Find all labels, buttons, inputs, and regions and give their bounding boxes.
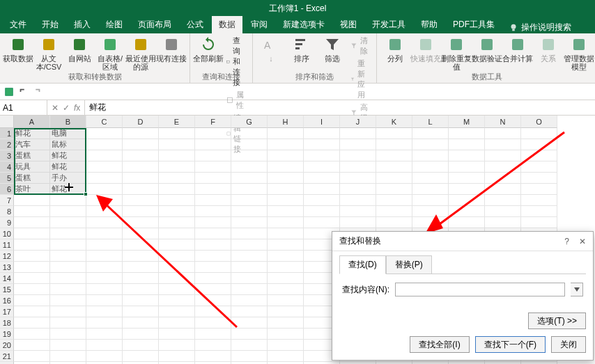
find-dropdown-button[interactable] [571, 283, 583, 296]
cell-K8[interactable] [376, 206, 412, 217]
cell-C14[interactable] [86, 273, 123, 284]
cell-M4[interactable] [449, 161, 485, 173]
cell-D6[interactable] [123, 184, 159, 195]
cell-A1[interactable]: 鲜花 [14, 128, 50, 139]
row-header-3[interactable]: 3 [0, 150, 14, 161]
cell-O2[interactable] [521, 139, 557, 150]
cell-B13[interactable] [50, 262, 86, 273]
cell-J9[interactable] [340, 217, 376, 228]
cell-E9[interactable] [159, 217, 195, 228]
cell-F16[interactable] [195, 295, 231, 306]
cell-L2[interactable] [412, 139, 449, 150]
fx-icon[interactable]: fx [74, 103, 80, 113]
cell-B10[interactable] [50, 228, 86, 239]
menu-item-11[interactable]: 帮助 [414, 16, 445, 33]
cell-C20[interactable] [86, 340, 123, 351]
cell-E4[interactable] [159, 161, 195, 173]
cell-N1[interactable] [485, 128, 521, 139]
col-header-O[interactable]: O [521, 116, 557, 128]
cell-I4[interactable] [304, 161, 340, 173]
menu-item-7[interactable]: 审阅 [244, 16, 275, 33]
save-icon[interactable] [4, 87, 14, 97]
cell-G10[interactable] [231, 228, 268, 239]
find-all-button[interactable]: 查找全部(I) [410, 336, 469, 353]
filter-item-0[interactable]: 清除 [349, 35, 372, 57]
cell-E5[interactable] [159, 173, 195, 184]
cell-H4[interactable] [268, 161, 304, 173]
cell-H12[interactable] [268, 251, 304, 262]
sort-asc-button[interactable]: A↓ [257, 35, 285, 63]
cell-D19[interactable] [123, 329, 159, 340]
cell-I1[interactable] [304, 128, 340, 139]
cell-H8[interactable] [268, 206, 304, 217]
cell-C4[interactable] [86, 161, 123, 173]
cell-E12[interactable] [159, 251, 195, 262]
cell-G4[interactable] [231, 161, 268, 173]
get-data-btn-0[interactable]: 获取数据 [4, 35, 32, 63]
cell-B9[interactable] [50, 217, 86, 228]
cell-O9[interactable] [521, 217, 557, 228]
cell-F10[interactable] [195, 228, 231, 239]
cell-G3[interactable] [231, 150, 268, 161]
cell-E18[interactable] [159, 317, 195, 329]
row-header-9[interactable]: 9 [0, 217, 14, 228]
cell-B12[interactable] [50, 251, 86, 262]
row-header-7[interactable]: 7 [0, 195, 14, 206]
cell-N3[interactable] [485, 150, 521, 161]
cell-B4[interactable]: 鲜花 [50, 161, 86, 173]
cell-J2[interactable] [340, 139, 376, 150]
cell-D8[interactable] [123, 206, 159, 217]
row-header-1[interactable]: 1 [0, 128, 14, 139]
cell-B1[interactable]: 电脑 [50, 128, 86, 139]
cell-D15[interactable] [123, 284, 159, 295]
get-data-btn-3[interactable]: 自表格/区域 [96, 35, 124, 71]
cell-D17[interactable] [123, 306, 159, 317]
cell-H5[interactable] [268, 173, 304, 184]
cell-C17[interactable] [86, 306, 123, 317]
col-header-E[interactable]: E [159, 116, 195, 128]
cell-F3[interactable] [195, 150, 231, 161]
col-header-C[interactable]: C [86, 116, 123, 128]
cell-N2[interactable] [485, 139, 521, 150]
cell-A12[interactable] [14, 251, 50, 262]
cell-E7[interactable] [159, 195, 195, 206]
cell-A9[interactable] [14, 217, 50, 228]
cell-D7[interactable] [123, 195, 159, 206]
cell-H17[interactable] [268, 306, 304, 317]
row-header-14[interactable]: 14 [0, 273, 14, 284]
cell-O7[interactable] [521, 195, 557, 206]
cell-B2[interactable]: 鼠标 [50, 139, 86, 150]
col-header-H[interactable]: H [268, 116, 304, 128]
menu-item-8[interactable]: 新建选项卡 [276, 16, 332, 33]
cell-F8[interactable] [195, 206, 231, 217]
col-header-I[interactable]: I [304, 116, 340, 128]
cell-J7[interactable] [340, 195, 376, 206]
row-header-15[interactable]: 15 [0, 284, 14, 295]
cell-H16[interactable] [268, 295, 304, 306]
cell-K3[interactable] [376, 150, 412, 161]
cell-H18[interactable] [268, 317, 304, 329]
cell-L3[interactable] [412, 150, 449, 161]
cell-D1[interactable] [123, 128, 159, 139]
get-data-btn-2[interactable]: 自网站 [65, 35, 93, 63]
cell-E8[interactable] [159, 206, 195, 217]
cell-H11[interactable] [268, 239, 304, 251]
col-header-D[interactable]: D [123, 116, 159, 128]
find-content-input[interactable] [395, 283, 565, 296]
cell-H6[interactable] [268, 184, 304, 195]
cell-F17[interactable] [195, 306, 231, 317]
cell-D18[interactable] [123, 317, 159, 329]
cell-C19[interactable] [86, 329, 123, 340]
cell-A7[interactable] [14, 195, 50, 206]
cell-C6[interactable] [86, 184, 123, 195]
cell-C16[interactable] [86, 295, 123, 306]
cell-I2[interactable] [304, 139, 340, 150]
tell-me-search[interactable]: 操作说明搜索 [509, 22, 571, 33]
enter-icon[interactable]: ✓ [63, 103, 70, 113]
cell-E2[interactable] [159, 139, 195, 150]
cell-A16[interactable] [14, 295, 50, 306]
cell-N6[interactable] [485, 184, 521, 195]
cell-G8[interactable] [231, 206, 268, 217]
cell-C21[interactable] [86, 351, 123, 362]
row-header-11[interactable]: 11 [0, 239, 14, 251]
